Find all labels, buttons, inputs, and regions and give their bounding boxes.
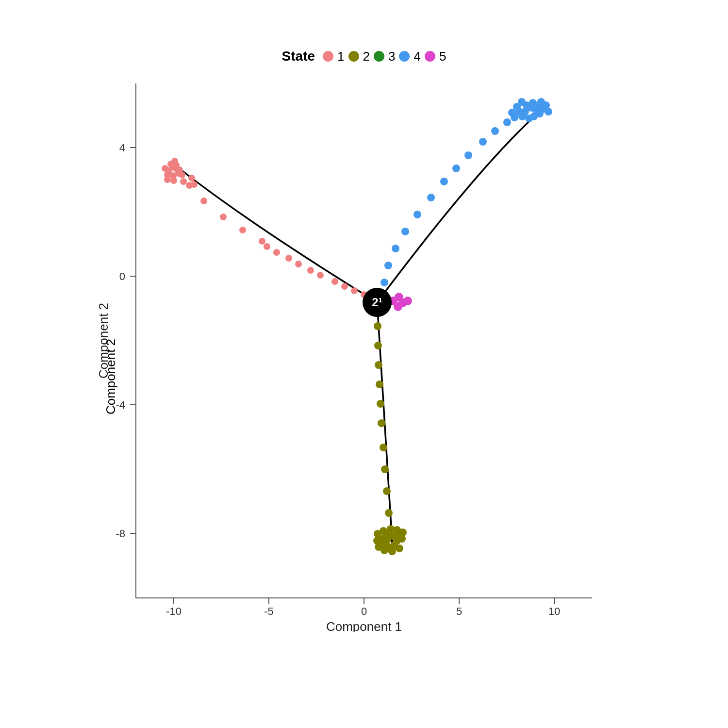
dot-state4	[392, 245, 399, 252]
dot-state4	[525, 115, 533, 122]
dot-state1	[164, 176, 171, 183]
dot-state4	[452, 165, 460, 172]
x-tick-label-0: 0	[361, 605, 367, 617]
y-tick-label-4: 4	[119, 142, 125, 154]
dot-state1	[331, 278, 338, 285]
legend-dot-5	[425, 51, 435, 62]
dot-state1	[179, 171, 185, 178]
dot-state1	[200, 198, 207, 204]
legend-label-4: 4	[414, 49, 420, 64]
dot-state4	[491, 127, 499, 135]
dot-state1	[188, 175, 195, 182]
dot-state1	[317, 272, 324, 279]
dot-state4	[464, 151, 472, 159]
x-tick-label-minus5: -5	[264, 605, 274, 617]
dot-state1	[351, 287, 358, 294]
chart-svg: -10 -5 0 5 10 4 0 -4 -8	[97, 74, 607, 632]
legend-title: State	[282, 49, 315, 64]
x-tick-label-5: 5	[456, 605, 462, 617]
dot-state4	[381, 279, 388, 286]
chart-area: Component 2 -10 -5 0 5	[97, 74, 631, 679]
dot-state2	[374, 342, 382, 349]
dot-state1	[220, 214, 227, 220]
legend-label-1: 1	[337, 49, 344, 64]
legend-label-5: 5	[439, 49, 446, 64]
dot-state1	[285, 255, 292, 262]
dot-state2	[383, 487, 391, 495]
dot-state1	[295, 261, 302, 267]
x-tick-label-minus10: -10	[166, 605, 182, 617]
dot-state2	[378, 419, 385, 427]
dot-state2	[377, 400, 384, 408]
legend-dot-3	[374, 51, 384, 62]
dot-state1	[191, 181, 198, 188]
dot-state2	[380, 527, 387, 535]
dot-state2	[381, 465, 389, 473]
arm-red	[174, 164, 377, 302]
legend-dot-2	[348, 51, 359, 62]
dot-state2	[396, 545, 403, 552]
arm-blue	[377, 116, 535, 302]
dot-state5	[403, 297, 412, 305]
x-axis-label-text: Component 1	[326, 619, 402, 632]
dot-state1	[171, 158, 178, 165]
dot-state4	[401, 228, 409, 235]
y-tick-label-0: 0	[119, 270, 125, 282]
dot-state1	[307, 267, 314, 274]
x-tick-label-10: 10	[548, 605, 560, 617]
y-axis-label: Component 2	[103, 339, 118, 414]
dot-state1	[273, 249, 280, 256]
dot-state1	[170, 177, 177, 184]
legend: State 1 2 3 4 5	[282, 49, 447, 64]
dot-state1	[264, 243, 270, 250]
dot-state4	[427, 194, 435, 201]
dot-state4	[414, 211, 421, 218]
y-tick-label-minus8: -8	[116, 528, 125, 540]
dot-state4	[384, 262, 392, 269]
legend-dot-4	[399, 51, 410, 62]
dot-state4	[479, 138, 487, 146]
dot-state1	[239, 227, 246, 233]
dot-state2	[376, 381, 383, 388]
dot-state1	[259, 238, 265, 245]
node-label: 2¹	[372, 296, 382, 309]
dot-state2	[373, 537, 381, 545]
dot-state1	[162, 165, 168, 172]
dot-state1	[180, 178, 187, 185]
dot-state2	[399, 529, 407, 536]
dot-state2	[375, 361, 382, 369]
dot-state2	[388, 547, 396, 555]
dot-state4	[545, 108, 552, 116]
dot-state2	[385, 509, 393, 517]
dot-state2	[374, 322, 381, 330]
dot-state4	[518, 98, 526, 106]
dot-state4	[503, 118, 511, 126]
chart-container: State 1 2 3 4 5 Component 2	[97, 49, 631, 679]
legend-label-2: 2	[363, 49, 370, 64]
legend-dot-1	[323, 51, 333, 62]
dot-state2	[380, 444, 387, 451]
dot-state5	[394, 302, 402, 311]
dot-state4	[440, 178, 448, 185]
dot-state1	[341, 283, 348, 290]
legend-label-3: 3	[388, 49, 395, 64]
